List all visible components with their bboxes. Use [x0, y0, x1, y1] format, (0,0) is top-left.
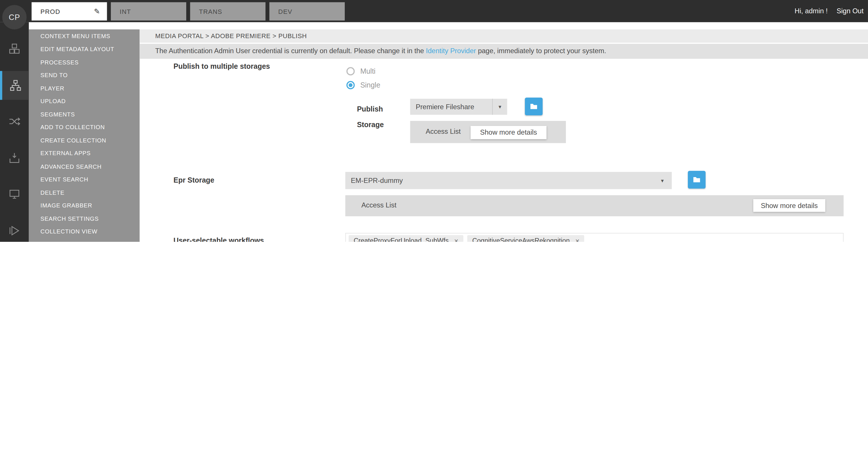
workflow-tag[interactable]: CognitiveServiceAwsRekognition ×	[467, 235, 584, 242]
sidebar-item-search-settings[interactable]: SEARCH SETTINGS	[29, 212, 140, 225]
folder-icon	[529, 102, 538, 111]
sidebar-item-advanced-search[interactable]: ADVANCED SEARCH	[29, 160, 140, 173]
browse-publish-storage-button[interactable]	[525, 98, 542, 115]
show-more-details-button[interactable]: Show more details	[471, 126, 547, 139]
radio-single-circle[interactable]	[346, 81, 355, 89]
tab-dev[interactable]: DEV	[270, 2, 345, 21]
publish-storage-label: Publish Storage	[357, 102, 384, 132]
user-greeting: Hi, admin !	[795, 7, 828, 15]
radio-multi-label: Multi	[360, 67, 376, 76]
chevron-down-icon: ▾	[492, 99, 507, 115]
show-more-details-button[interactable]: Show more details	[753, 199, 826, 212]
radio-single[interactable]: Single	[346, 81, 380, 89]
icon-rail: Helmut ⚙	[0, 22, 29, 242]
rail-nav-connections[interactable]	[0, 107, 29, 136]
epr-storage-select[interactable]: EM-EPR-dummy ▾	[345, 172, 672, 189]
app-logo: CP	[2, 5, 27, 29]
publish-storage-select[interactable]: Premiere Fileshare ▾	[410, 99, 507, 115]
sidebar-item-segments[interactable]: SEGMENTS	[29, 108, 140, 120]
publish-storage-label-line2: Storage	[357, 117, 384, 133]
warning-text-prefix: The Authentication Admin User credential…	[155, 47, 426, 55]
workflows-label: User-selectable workflows	[174, 236, 264, 242]
apps-icon	[8, 187, 21, 201]
publish-storage-value: Premiere Fileshare	[410, 103, 492, 111]
sidebar-item-mft[interactable]: MFT	[29, 238, 140, 242]
tab-trans[interactable]: TRANS	[190, 2, 266, 21]
workflow-tag[interactable]: CreateProxyForUpload_SubWfs ×	[348, 235, 463, 242]
sidebar-item-create-collection[interactable]: CREATE COLLECTION	[29, 134, 140, 147]
sidebar-item-image-grabber[interactable]: IMAGE GRABBER	[29, 199, 140, 212]
warning-text-suffix: page, immediately to protect your system…	[476, 47, 606, 55]
rail-nav-player[interactable]	[0, 216, 29, 242]
sidebar-item-delete[interactable]: DELETE	[29, 186, 140, 199]
breadcrumb: MEDIA PORTAL > ADOBE PREMIERE > PUBLISH	[140, 29, 868, 43]
topbar: PROD ✎ INT TRANS DEV Hi, admin ! Sign Ou…	[0, 0, 868, 22]
tab-dev-label: DEV	[278, 8, 292, 15]
sidebar-item-context-menu-items[interactable]: CONTEXT MENU ITEMS	[29, 29, 140, 42]
tab-trans-label: TRANS	[199, 8, 222, 15]
rail-nav-assets[interactable]	[0, 34, 29, 63]
sidebar-item-processes[interactable]: PROCESSES	[29, 56, 140, 68]
access-list-label: Access List	[426, 127, 461, 135]
tab-int-label: INT	[120, 8, 131, 15]
tab-prod-label: PROD	[40, 8, 60, 15]
sidebar-item-add-to-collection[interactable]: ADD TO COLLECTION	[29, 120, 140, 134]
rail-nav-collections[interactable]	[0, 144, 29, 173]
connections-icon	[8, 115, 21, 128]
workflows-tag-input[interactable]: CreateProxyForUpload_SubWfs × CognitiveS…	[345, 233, 844, 242]
epr-storage-value: EM-EPR-dummy	[345, 176, 653, 184]
workflow-tag-label: CreateProxyForUpload_SubWfs	[354, 237, 449, 242]
tab-prod[interactable]: PROD ✎	[31, 2, 107, 21]
app-logo-text: CP	[9, 13, 20, 22]
sidebar-item-send-to[interactable]: SEND TO	[29, 68, 140, 82]
sidebar-item-event-search[interactable]: EVENT SEARCH	[29, 173, 140, 186]
player-icon	[8, 224, 21, 237]
rail-nav-workflows[interactable]	[0, 71, 29, 100]
radio-multi[interactable]: Multi	[346, 67, 376, 76]
workflow-tag-label: CognitiveServiceAwsRekognition	[472, 237, 570, 242]
remove-tag-icon[interactable]: ×	[454, 237, 459, 242]
radio-multi-circle[interactable]	[346, 67, 355, 76]
tab-int[interactable]: INT	[111, 2, 186, 21]
sidebar-item-collection-view[interactable]: COLLECTION VIEW	[29, 225, 140, 238]
warning-banner: The Authentication Admin User credential…	[140, 44, 868, 59]
settings-sidebar: CONTEXT MENU ITEMS EDIT METADATA LAYOUT …	[29, 29, 140, 242]
folder-icon	[692, 175, 701, 184]
sidebar-item-edit-metadata-layout[interactable]: EDIT METADATA LAYOUT	[29, 42, 140, 56]
sidebar-item-player[interactable]: PLAYER	[29, 82, 140, 94]
radio-single-label: Single	[360, 81, 380, 89]
browse-epr-storage-button[interactable]	[688, 171, 706, 188]
app-root: PROD ✎ INT TRANS DEV Hi, admin ! Sign Ou…	[0, 0, 868, 242]
access-list-label: Access List	[362, 201, 397, 209]
workflows-icon	[9, 79, 22, 92]
main-content: MEDIA PORTAL > ADOBE PREMIERE > PUBLISH …	[140, 29, 868, 242]
breadcrumb-text: MEDIA PORTAL > ADOBE PREMIERE > PUBLISH	[155, 33, 307, 39]
identity-provider-link[interactable]: Identity Provider	[426, 47, 476, 55]
publish-multiple-label: Publish to multiple storages	[174, 62, 270, 70]
sidebar-item-external-apps[interactable]: EXTERNAL APPS	[29, 147, 140, 160]
edit-pen-icon[interactable]: ✎	[94, 7, 100, 16]
chevron-down-icon: ▾	[653, 172, 672, 189]
collections-icon	[8, 151, 21, 165]
assets-icon	[8, 42, 21, 56]
remove-tag-icon[interactable]: ×	[575, 237, 580, 242]
topbar-user-area: Hi, admin ! Sign Out	[795, 0, 864, 22]
rail-nav-apps[interactable]	[0, 180, 29, 209]
epr-storage-label: Epr Storage	[174, 176, 214, 184]
epr-storage-access-panel: Access List Show more details	[345, 195, 844, 216]
sidebar-item-upload[interactable]: UPLOAD	[29, 94, 140, 108]
publish-storage-access-panel: Access List Show more details	[410, 121, 566, 143]
sign-out-link[interactable]: Sign Out	[837, 7, 863, 15]
publish-storage-label-line1: Publish	[357, 102, 384, 117]
environment-tabs: PROD ✎ INT TRANS DEV	[31, 2, 345, 21]
